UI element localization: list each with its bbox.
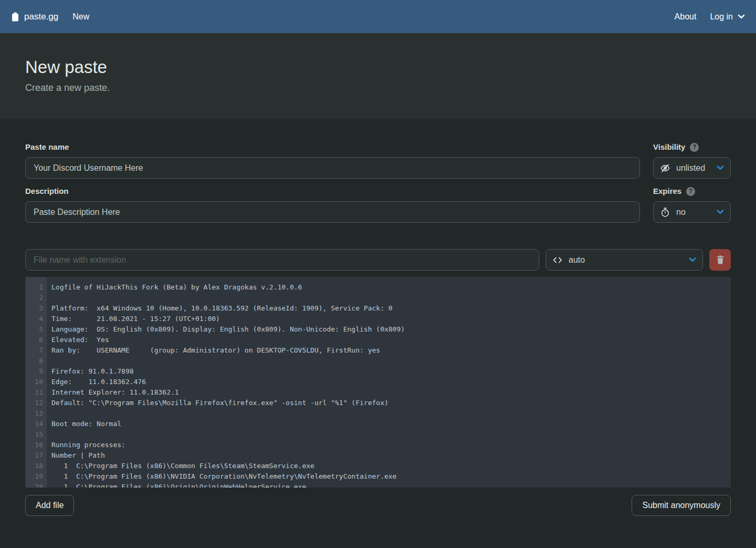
file-name-input[interactable] (25, 249, 539, 271)
visibility-select[interactable]: unlisted (653, 157, 731, 179)
code-line: Language: OS: English (0x809). Display: … (51, 324, 731, 335)
line-number: 6 (25, 335, 43, 345)
code-line (51, 429, 731, 440)
trash-icon (716, 255, 724, 264)
clipboard-icon (11, 12, 19, 22)
expires-label-text: Expires (653, 187, 681, 196)
brand-label: paste.gg (24, 12, 58, 22)
nav-link-new[interactable]: New (72, 12, 89, 22)
visibility-value: unlisted (676, 163, 705, 173)
line-number: 10 (25, 377, 43, 387)
line-number: 2 (25, 293, 43, 303)
login-dropdown[interactable]: Log in (710, 12, 745, 22)
delete-file-button[interactable] (709, 249, 731, 271)
expires-select[interactable]: no (653, 201, 731, 223)
line-number: 4 (25, 314, 43, 324)
line-number: 20 (25, 482, 43, 488)
chevron-down-icon (717, 210, 724, 214)
code-line: Platform: x64 Windows 10 (Home), 10.0.18… (51, 303, 731, 314)
language-select[interactable]: auto (545, 249, 703, 271)
line-number: 9 (25, 366, 43, 377)
question-mark-icon[interactable]: ? (686, 187, 695, 196)
nav-link-about[interactable]: About (675, 12, 697, 22)
code-line: 1 C:\Program Files (x86)\NVIDIA Corporat… (51, 471, 731, 482)
line-number: 14 (25, 419, 43, 429)
expires-label: Expires ? (653, 187, 731, 196)
chevron-down-icon (689, 257, 696, 262)
brand-link[interactable]: paste.gg (11, 12, 58, 22)
code-line: Number | Path (51, 450, 731, 461)
description-field: Description (25, 187, 640, 223)
line-number: 3 (25, 303, 43, 314)
hero-section: New paste Create a new paste. (0, 33, 756, 119)
paste-meta-form: Paste name Visibility ? unlisted (25, 142, 731, 223)
code-line: Firefox: 91.0.1.7898 (51, 366, 731, 377)
code-line: Default: "C:\Program Files\Mozilla Firef… (51, 398, 731, 408)
question-mark-icon[interactable]: ? (690, 143, 699, 152)
code-line (51, 293, 731, 303)
code-editor: 1234567891011121314151617181920 Logfile … (25, 277, 731, 488)
page-subtitle: Create a new paste. (25, 82, 731, 94)
paste-name-label-text: Paste name (25, 142, 69, 152)
line-number: 17 (25, 450, 43, 461)
visibility-field: Visibility ? unlisted (653, 142, 731, 179)
line-number: 7 (25, 345, 43, 356)
code-line: Edge: 11.0.18362.476 (51, 377, 731, 387)
stopwatch-icon (660, 207, 670, 218)
description-label-text: Description (25, 187, 69, 196)
add-file-button[interactable]: Add file (25, 495, 74, 516)
code-icon (552, 255, 563, 265)
file-header-row: auto (25, 249, 731, 271)
code-line (51, 356, 731, 366)
description-input[interactable] (25, 201, 640, 223)
form-actions: Add file Submit anonymously (25, 495, 731, 516)
login-label: Log in (710, 12, 733, 22)
code-line: Internet Explorer: 11.0.18362.1 (51, 387, 731, 398)
page-title: New paste (25, 57, 731, 77)
code-line: Ran by: USERNAME (group: Administrator) … (51, 345, 731, 356)
expires-field: Expires ? no (653, 187, 731, 223)
paste-name-input[interactable] (25, 157, 640, 179)
visibility-label-text: Visibility (653, 142, 685, 152)
paste-name-label: Paste name (25, 142, 640, 152)
code-line: 1 C:\Program Files (x86)\Common Files\St… (51, 461, 731, 471)
submit-anonymously-button[interactable]: Submit anonymously (632, 495, 731, 516)
navbar: paste.gg New About Log in (0, 0, 756, 33)
code-line: Elevated: Yes (51, 335, 731, 345)
line-number: 5 (25, 324, 43, 335)
code-line: 1 C:\Program Files (x86)\Origin\OriginWe… (51, 482, 731, 488)
file-name-wrap (25, 249, 539, 271)
eye-slash-icon (660, 163, 670, 173)
visibility-label: Visibility ? (653, 142, 731, 152)
line-number: 16 (25, 440, 43, 450)
editor-gutter: 1234567891011121314151617181920 (25, 277, 47, 488)
line-number: 12 (25, 398, 43, 408)
line-number: 8 (25, 356, 43, 366)
code-line: Time: 21.08.2021 - 15:27 (UTC+01:00) (51, 314, 731, 324)
line-number: 19 (25, 471, 43, 482)
code-line: Running processes: (51, 440, 731, 450)
expires-value: no (676, 208, 686, 217)
line-number: 13 (25, 408, 43, 419)
paste-name-field: Paste name (25, 142, 640, 179)
main-content: Paste name Visibility ? unlisted (0, 119, 756, 516)
chevron-down-icon (717, 166, 724, 170)
language-value: auto (569, 255, 585, 265)
description-label: Description (25, 187, 640, 196)
code-line: Boot mode: Normal (51, 419, 731, 429)
editor-code-area[interactable]: Logfile of HiJackThis Fork (Beta) by Ale… (47, 277, 731, 488)
line-number: 1 (25, 282, 43, 293)
navbar-right: About Log in (675, 12, 745, 22)
code-line: Logfile of HiJackThis Fork (Beta) by Ale… (51, 282, 731, 293)
file-section: auto 12345678910111213141 (25, 249, 731, 488)
line-number: 15 (25, 429, 43, 440)
code-line (51, 408, 731, 419)
line-number: 11 (25, 387, 43, 398)
chevron-down-icon (738, 14, 745, 19)
line-number: 18 (25, 461, 43, 471)
